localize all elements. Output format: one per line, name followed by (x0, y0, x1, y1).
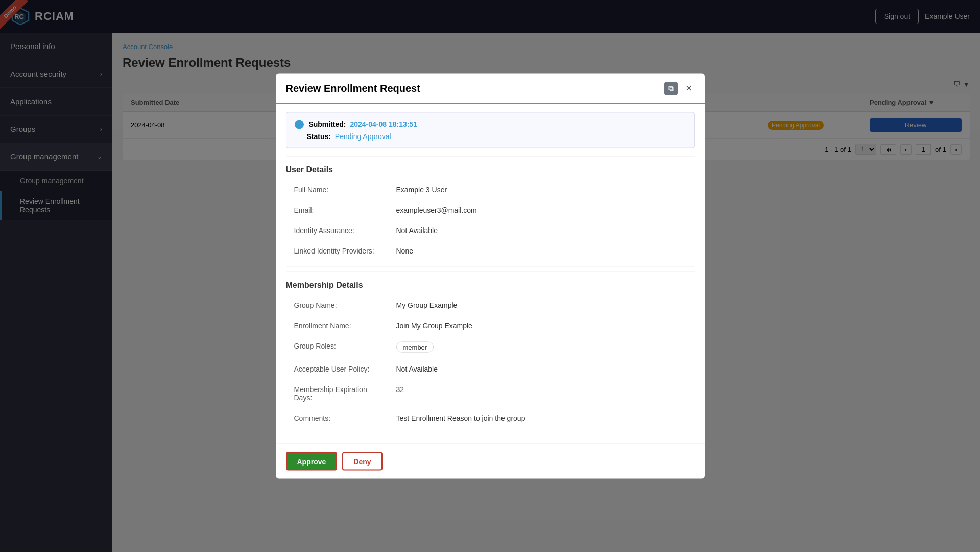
group-roles-value: member (388, 336, 695, 359)
field-group-name: Group Name: My Group Example (286, 295, 695, 315)
section-divider (286, 266, 695, 267)
membership-details-title: Membership Details (286, 272, 695, 295)
field-enrollment-name: Enrollment Name: Join My Group Example (286, 315, 695, 336)
comments-label: Comments: (286, 408, 388, 428)
group-name-label: Group Name: (286, 295, 388, 315)
fullname-value: Example 3 User (388, 179, 695, 200)
user-details-table: Full Name: Example 3 User Email: example… (286, 179, 695, 261)
copy-icon: ⧉ (668, 84, 674, 92)
aup-value: Not Available (388, 359, 695, 379)
group-name-value: My Group Example (388, 295, 695, 315)
modal-close-button[interactable]: × (684, 82, 695, 95)
enrollment-name-label: Enrollment Name: (286, 315, 388, 336)
membership-details-table: Group Name: My Group Example Enrollment … (286, 295, 695, 428)
identity-assurance-value: Not Available (388, 220, 695, 241)
field-aup: Acceptable User Policy: Not Available (286, 359, 695, 379)
field-comments: Comments: Test Enrollment Reason to join… (286, 408, 695, 428)
expiration-days-label: Membership Expiration Days: (286, 379, 388, 408)
field-expiration-days: Membership Expiration Days: 32 (286, 379, 695, 408)
modal-title: Review Enrollment Request (286, 82, 658, 94)
email-label: Email: (286, 200, 388, 220)
expiration-days-value: 32 (388, 379, 695, 408)
status-banner: i Submitted: 2024-04-08 18:13:51 Status:… (286, 112, 695, 148)
linked-idp-label: Linked Identity Providers: (286, 241, 388, 261)
field-fullname: Full Name: Example 3 User (286, 179, 695, 200)
modal-header: Review Enrollment Request ⧉ × (276, 74, 705, 104)
review-enrollment-modal: Review Enrollment Request ⧉ × i Submitte… (276, 74, 705, 479)
status-label: Status: (307, 132, 331, 141)
field-group-roles: Group Roles: member (286, 336, 695, 359)
info-icon: i (295, 120, 304, 129)
status-value: Pending Approval (335, 132, 391, 141)
field-identity-assurance: Identity Assurance: Not Available (286, 220, 695, 241)
modal-body: i Submitted: 2024-04-08 18:13:51 Status:… (276, 104, 705, 444)
fullname-label: Full Name: (286, 179, 388, 200)
comments-value: Test Enrollment Reason to join the group (388, 408, 695, 428)
email-value: exampleuser3@mail.com (388, 200, 695, 220)
group-roles-label: Group Roles: (286, 336, 388, 359)
identity-assurance-label: Identity Assurance: (286, 220, 388, 241)
approve-button[interactable]: Approve (286, 452, 338, 471)
status-line: Status: Pending Approval (307, 132, 686, 141)
member-badge: member (396, 342, 434, 353)
field-email: Email: exampleuser3@mail.com (286, 200, 695, 220)
field-linked-idp: Linked Identity Providers: None (286, 241, 695, 261)
submitted-value: 2024-04-08 18:13:51 (350, 120, 417, 128)
submitted-label: Submitted: (308, 120, 346, 128)
modal-copy-icon-button[interactable]: ⧉ (664, 82, 678, 95)
linked-idp-value: None (388, 241, 695, 261)
submitted-line: i Submitted: 2024-04-08 18:13:51 (295, 120, 686, 129)
deny-button[interactable]: Deny (342, 452, 382, 471)
user-details-title: User Details (286, 156, 695, 179)
enrollment-name-value: Join My Group Example (388, 315, 695, 336)
aup-label: Acceptable User Policy: (286, 359, 388, 379)
modal-footer: Approve Deny (276, 444, 705, 479)
